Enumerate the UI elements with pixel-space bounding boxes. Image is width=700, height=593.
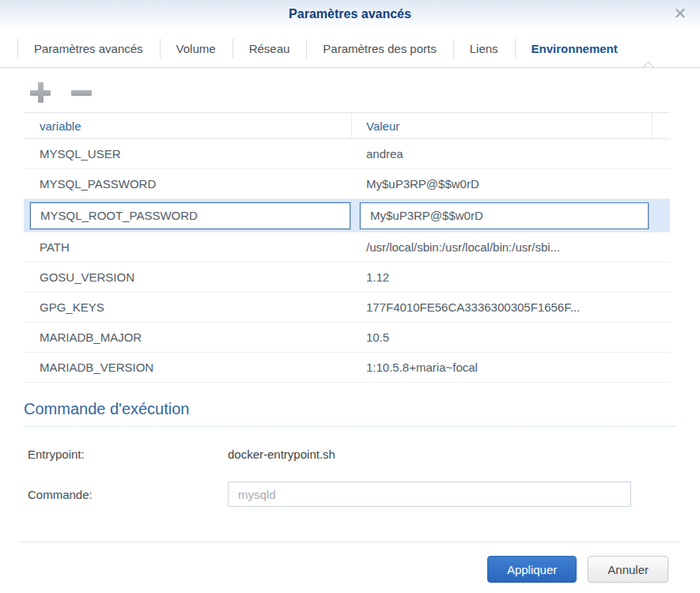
tab-volume[interactable]: Volume: [160, 30, 233, 67]
remove-variable-button[interactable]: [70, 81, 93, 104]
variable-value-cell[interactable]: 1.12: [352, 270, 653, 284]
variable-name-cell[interactable]: GOSU_VERSION: [24, 270, 352, 284]
variable-toolbar: [0, 68, 700, 112]
variable-value-cell[interactable]: My$uP3RP@$$w0rD: [352, 177, 653, 191]
column-header-value[interactable]: Valeur: [352, 113, 653, 138]
variable-value-cell[interactable]: 177F4010FE56CA3336300305F1656F...: [352, 300, 653, 314]
tab-environnement[interactable]: Environnement: [515, 30, 634, 67]
env-variable-table: variable Valeur MYSQL_USER andrea MYSQL_…: [24, 112, 670, 383]
variable-name-cell[interactable]: MYSQL_USER: [24, 147, 352, 161]
table-row[interactable]: MARIADB_MAJOR 10.5: [24, 323, 670, 353]
variable-name-cell[interactable]: MARIADB_MAJOR: [24, 330, 352, 344]
dialog-titlebar: Paramètres avancés ✕: [0, 0, 700, 30]
tab-parametres-avances[interactable]: Paramètres avancés: [17, 30, 160, 67]
table-row[interactable]: MYSQL_USER andrea: [24, 139, 670, 169]
table-row[interactable]: PATH /usr/local/sbin:/usr/local/bin:/usr…: [24, 232, 670, 263]
table-row[interactable]: GPG_KEYS 177F4010FE56CA3336300305F1656F.…: [24, 293, 670, 323]
exec-section-title: Commande d'exécution: [24, 400, 676, 427]
exec-command-section: Commande d'exécution Entrypoint: docker-…: [24, 400, 676, 507]
add-variable-button[interactable]: [28, 81, 52, 104]
variable-value-cell[interactable]: 1:10.5.8+maria~focal: [352, 361, 653, 374]
variable-value-cell[interactable]: andrea: [352, 147, 653, 161]
table-row[interactable]: MYSQL_PASSWORD My$uP3RP@$$w0rD: [24, 169, 670, 199]
table-header: variable Valeur: [24, 112, 670, 139]
variable-name-cell[interactable]: GPG_KEYS: [24, 300, 352, 314]
command-label: Commande:: [28, 488, 228, 501]
footer-divider: [20, 542, 680, 542]
entrypoint-label: Entrypoint:: [28, 448, 228, 461]
variable-name-cell[interactable]: PATH: [24, 240, 352, 254]
variable-name-input[interactable]: [30, 202, 350, 229]
variable-name-cell: [24, 202, 352, 229]
table-row[interactable]: GOSU_VERSION 1.12: [24, 263, 670, 293]
close-icon[interactable]: ✕: [672, 6, 689, 23]
tab-parametres-des-ports[interactable]: Paramètres des ports: [306, 30, 452, 67]
cancel-button[interactable]: Annuler: [588, 556, 668, 583]
variable-value-cell[interactable]: /usr/local/sbin:/usr/local/bin:/usr/sbi.…: [352, 240, 653, 254]
tab-reseau[interactable]: Réseau: [233, 30, 307, 67]
variable-value-cell[interactable]: 10.5: [352, 330, 653, 344]
entrypoint-row: Entrypoint: docker-entrypoint.sh: [28, 448, 676, 461]
column-header-variable[interactable]: variable: [24, 113, 352, 138]
advanced-settings-dialog: Paramètres avancés ✕ Paramètres avancés …: [0, 0, 700, 593]
table-row[interactable]: MARIADB_VERSION 1:10.5.8+maria~focal: [24, 353, 670, 383]
tab-bar: Paramètres avancés Volume Réseau Paramèt…: [0, 30, 700, 68]
tab-liens[interactable]: Liens: [453, 30, 515, 67]
variable-value-input[interactable]: [360, 202, 649, 229]
dialog-title: Paramètres avancés: [0, 0, 700, 21]
variable-name-cell[interactable]: MYSQL_PASSWORD: [24, 177, 352, 191]
column-header-spacer: [653, 113, 670, 138]
entrypoint-value: docker-entrypoint.sh: [228, 448, 335, 461]
variable-value-cell: [352, 202, 653, 229]
command-row: Commande:: [28, 482, 676, 507]
table-row-editing[interactable]: [24, 199, 670, 232]
apply-button[interactable]: Appliquer: [487, 556, 577, 583]
variable-name-cell[interactable]: MARIADB_VERSION: [24, 361, 352, 374]
footer-buttons: Appliquer Annuler: [487, 556, 668, 583]
active-tab-caret: [642, 62, 655, 68]
command-input[interactable]: [228, 482, 631, 507]
